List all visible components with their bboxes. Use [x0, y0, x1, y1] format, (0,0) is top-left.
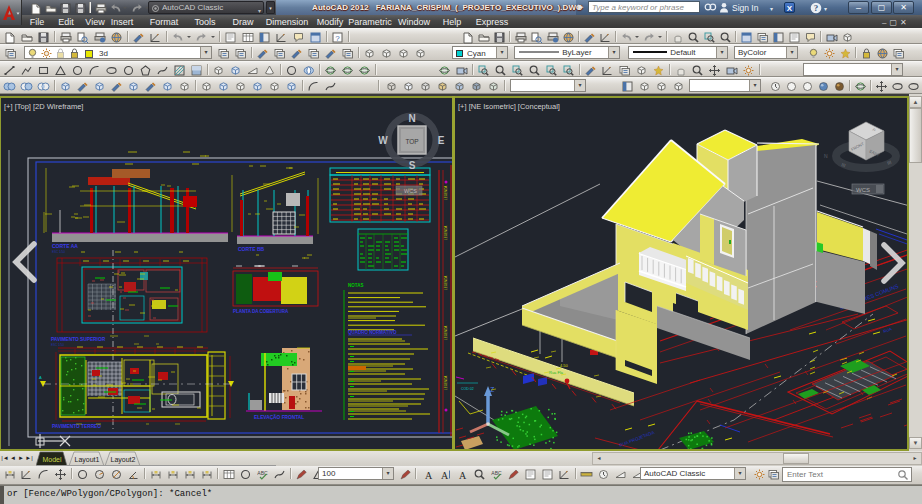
svg-text:LEGENDA: LEGENDA	[444, 276, 448, 290]
svg-text:WCS: WCS	[856, 187, 870, 193]
svg-text:PAVIMENTO TERREO: PAVIMENTO TERREO	[52, 424, 101, 429]
svg-text:A: A	[425, 470, 433, 481]
svg-text:W: W	[378, 135, 388, 146]
svg-text:TOP: TOP	[405, 138, 418, 145]
svg-text:ABC: ABC	[257, 470, 268, 476]
svg-text:Rua Fla: Rua Fla	[549, 370, 564, 375]
svg-text:[+] [NE Isometric] [Conceptual: [+] [NE Isometric] [Conceptual]	[458, 102, 560, 111]
svg-text:ELEVAÇÃO FRONTAL: ELEVAÇÃO FRONTAL	[254, 414, 304, 420]
svg-text:Layout1: Layout1	[75, 456, 100, 464]
svg-text:N: N	[824, 153, 828, 159]
svg-text:ABC: ABC	[491, 470, 502, 476]
svg-text:?: ?	[335, 34, 340, 43]
svg-text:CORTE AA: CORTE AA	[52, 243, 78, 249]
svg-text:LEGENDA: LEGENDA	[444, 186, 448, 200]
svg-text:Layout2: Layout2	[111, 456, 136, 464]
svg-text:A: A	[459, 470, 467, 481]
svg-text:ESC 1/50: ESC 1/50	[52, 250, 65, 254]
svg-text:PLANTA DA COBERTURA: PLANTA DA COBERTURA	[233, 309, 289, 314]
svg-text:S: S	[409, 160, 416, 171]
svg-text:Model: Model	[42, 456, 62, 463]
svg-text:4.50: 4.50	[560, 363, 569, 368]
svg-text:?: ?	[814, 3, 819, 13]
svg-text:CORTE BB: CORTE BB	[238, 246, 265, 252]
svg-text:N: N	[408, 113, 415, 124]
svg-text:QUADRO NORMATIVO: QUADRO NORMATIVO	[348, 330, 397, 335]
svg-text:NOTAS: NOTAS	[348, 283, 363, 288]
svg-text:LEGENDA: LEGENDA	[444, 226, 448, 240]
svg-text:LEGENDA: LEGENDA	[444, 376, 448, 390]
svg-text:LEGENDA: LEGENDA	[444, 326, 448, 340]
svg-text:[+] [Top] [2D Wireframe]: [+] [Top] [2D Wireframe]	[4, 102, 83, 111]
svg-text:WCS: WCS	[404, 188, 417, 194]
svg-text:A: A	[441, 470, 449, 481]
svg-text:PAVIMENTO SUPERIOR: PAVIMENTO SUPERIOR	[51, 337, 106, 342]
svg-text:COD 02: COD 02	[461, 387, 474, 391]
svg-text:ESC 1/50: ESC 1/50	[51, 343, 64, 347]
svg-text:E: E	[438, 135, 445, 146]
svg-text:A: A	[39, 375, 42, 380]
